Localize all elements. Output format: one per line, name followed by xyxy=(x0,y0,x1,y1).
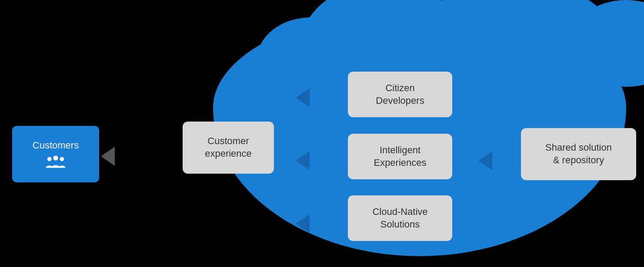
arrow-left-icon xyxy=(101,147,115,166)
arrow-left-icon xyxy=(296,214,310,233)
arrow-shared-repo-to-intelligent xyxy=(478,151,492,170)
arrow-left-icon xyxy=(478,151,492,170)
arrow-to-intelligent-experiences xyxy=(296,151,310,170)
arrow-to-citizen-developers xyxy=(296,88,310,107)
svg-point-2 xyxy=(60,157,64,162)
diagram-container: Customers Customerexperience xyxy=(0,0,644,267)
arrow-to-cloud-native xyxy=(296,214,310,233)
citizen-developers-box: CitizenDevelopers xyxy=(348,72,452,117)
arrow-customers-to-experience xyxy=(101,147,115,166)
customers-icon xyxy=(45,155,66,168)
shared-solution-repository-box: Shared solution& repository xyxy=(521,128,636,180)
arrow-left-icon xyxy=(296,88,310,107)
citizen-developers-label: CitizenDevelopers xyxy=(376,82,424,107)
cloud-native-solutions-box: Cloud-NativeSolutions xyxy=(348,195,452,241)
customer-experience-box: Customerexperience xyxy=(183,122,274,174)
arrow-left-icon xyxy=(296,151,310,170)
intelligent-experiences-label: IntelligentExperiences xyxy=(374,144,426,169)
shared-repo-label: Shared solution& repository xyxy=(545,142,612,166)
svg-point-0 xyxy=(53,155,58,160)
intelligent-experiences-box: IntelligentExperiences xyxy=(348,134,452,179)
customers-box: Customers xyxy=(12,126,99,182)
customers-label: Customers xyxy=(33,140,79,151)
cloud-native-solutions-label: Cloud-NativeSolutions xyxy=(372,206,427,231)
customer-experience-label: Customerexperience xyxy=(205,135,252,160)
svg-point-1 xyxy=(47,157,52,162)
